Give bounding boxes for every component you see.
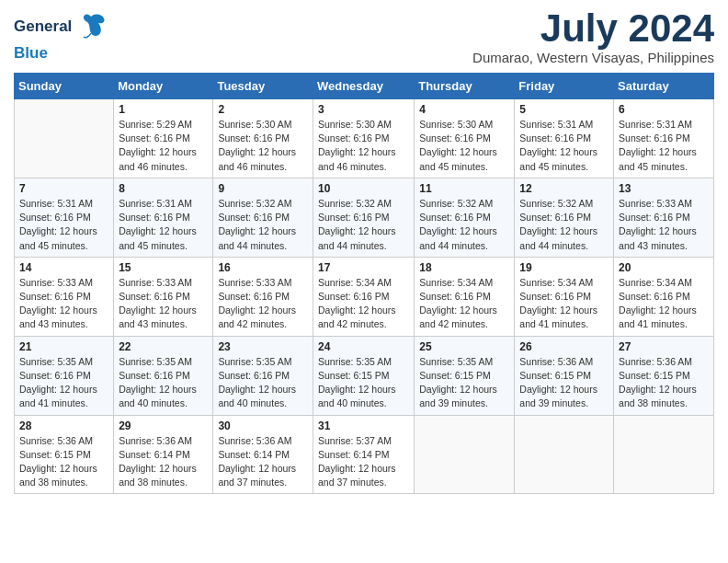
calendar-cell: 10Sunrise: 5:32 AMSunset: 6:16 PMDayligh…	[313, 178, 414, 257]
day-number: 31	[318, 419, 409, 432]
sunrise-text: Sunrise: 5:35 AM	[19, 355, 108, 369]
day-info: Sunrise: 5:33 AMSunset: 6:16 PMDaylight:…	[119, 276, 208, 332]
calendar-cell	[614, 415, 714, 494]
sunrise-text: Sunrise: 5:32 AM	[519, 197, 609, 211]
calendar-cell: 25Sunrise: 5:35 AMSunset: 6:15 PMDayligh…	[415, 336, 515, 415]
day-info: Sunrise: 5:31 AMSunset: 6:16 PMDaylight:…	[619, 118, 709, 174]
day-number: 20	[619, 261, 709, 274]
calendar-cell: 4Sunrise: 5:30 AMSunset: 6:16 PMDaylight…	[415, 99, 515, 178]
day-number: 17	[318, 261, 409, 274]
day-info: Sunrise: 5:30 AMSunset: 6:16 PMDaylight:…	[218, 118, 308, 174]
sunrise-text: Sunrise: 5:29 AM	[119, 118, 208, 132]
location-subtitle: Dumarao, Western Visayas, Philippines	[472, 50, 714, 65]
daylight-text: Daylight: 12 hoursand 46 minutes.	[218, 145, 308, 173]
sunset-text: Sunset: 6:16 PM	[519, 211, 609, 224]
sunrise-text: Sunrise: 5:36 AM	[218, 434, 308, 448]
calendar-cell: 26Sunrise: 5:36 AMSunset: 6:15 PMDayligh…	[515, 336, 614, 415]
sunset-text: Sunset: 6:16 PM	[419, 290, 509, 304]
logo-general: General	[14, 17, 72, 36]
calendar-cell: 1Sunrise: 5:29 AMSunset: 6:16 PMDaylight…	[114, 99, 213, 178]
sunrise-text: Sunrise: 5:36 AM	[619, 355, 709, 369]
day-info: Sunrise: 5:36 AMSunset: 6:14 PMDaylight:…	[119, 434, 208, 490]
day-info: Sunrise: 5:34 AMSunset: 6:16 PMDaylight:…	[318, 276, 409, 332]
day-number: 10	[318, 182, 409, 195]
day-info: Sunrise: 5:29 AMSunset: 6:16 PMDaylight:…	[119, 118, 208, 174]
daylight-text: Daylight: 12 hoursand 38 minutes.	[19, 462, 108, 489]
sunrise-text: Sunrise: 5:33 AM	[218, 276, 308, 290]
day-number: 13	[619, 182, 709, 195]
calendar-cell: 12Sunrise: 5:32 AMSunset: 6:16 PMDayligh…	[515, 178, 614, 257]
day-number: 27	[619, 340, 709, 353]
calendar-cell: 2Sunrise: 5:30 AMSunset: 6:16 PMDaylight…	[213, 99, 313, 178]
sunrise-text: Sunrise: 5:36 AM	[119, 434, 208, 448]
day-number: 3	[318, 103, 409, 116]
day-info: Sunrise: 5:33 AMSunset: 6:16 PMDaylight:…	[619, 197, 709, 253]
calendar-cell: 11Sunrise: 5:32 AMSunset: 6:16 PMDayligh…	[415, 178, 515, 257]
day-info: Sunrise: 5:31 AMSunset: 6:16 PMDaylight:…	[19, 197, 108, 253]
daylight-text: Daylight: 12 hoursand 41 minutes.	[619, 304, 709, 331]
month-year-title: July 2024	[472, 9, 714, 48]
daylight-text: Daylight: 12 hoursand 46 minutes.	[318, 145, 409, 173]
day-number: 26	[519, 340, 609, 353]
day-info: Sunrise: 5:35 AMSunset: 6:16 PMDaylight:…	[119, 355, 208, 411]
col-header-tuesday: Tuesday	[213, 74, 313, 99]
sunset-text: Sunset: 6:15 PM	[619, 369, 709, 383]
calendar-cell: 6Sunrise: 5:31 AMSunset: 6:16 PMDaylight…	[614, 99, 714, 178]
sunset-text: Sunset: 6:16 PM	[318, 290, 409, 304]
day-number: 9	[218, 182, 308, 195]
sunset-text: Sunset: 6:16 PM	[619, 132, 709, 145]
day-info: Sunrise: 5:31 AMSunset: 6:16 PMDaylight:…	[519, 118, 609, 174]
day-number: 1	[119, 103, 208, 116]
calendar-cell: 15Sunrise: 5:33 AMSunset: 6:16 PMDayligh…	[114, 257, 213, 336]
day-number: 24	[318, 340, 409, 353]
sunrise-text: Sunrise: 5:36 AM	[19, 434, 108, 448]
daylight-text: Daylight: 12 hoursand 40 minutes.	[318, 383, 409, 410]
sunrise-text: Sunrise: 5:30 AM	[218, 118, 308, 132]
sunrise-text: Sunrise: 5:34 AM	[619, 276, 709, 290]
calendar-cell: 20Sunrise: 5:34 AMSunset: 6:16 PMDayligh…	[614, 257, 714, 336]
day-info: Sunrise: 5:30 AMSunset: 6:16 PMDaylight:…	[318, 118, 409, 174]
col-header-wednesday: Wednesday	[313, 74, 414, 99]
sunrise-text: Sunrise: 5:30 AM	[419, 118, 509, 132]
sunset-text: Sunset: 6:14 PM	[119, 448, 208, 462]
col-header-saturday: Saturday	[614, 74, 714, 99]
daylight-text: Daylight: 12 hoursand 39 minutes.	[519, 383, 609, 410]
calendar-week-row: 21Sunrise: 5:35 AMSunset: 6:16 PMDayligh…	[15, 336, 714, 415]
calendar-cell: 7Sunrise: 5:31 AMSunset: 6:16 PMDaylight…	[15, 178, 114, 257]
sunset-text: Sunset: 6:15 PM	[318, 369, 409, 383]
day-info: Sunrise: 5:36 AMSunset: 6:15 PMDaylight:…	[19, 434, 108, 490]
day-info: Sunrise: 5:35 AMSunset: 6:15 PMDaylight:…	[318, 355, 409, 411]
day-number: 8	[119, 182, 208, 195]
logo-bird-icon	[74, 9, 109, 44]
sunset-text: Sunset: 6:16 PM	[419, 132, 509, 145]
calendar-week-row: 7Sunrise: 5:31 AMSunset: 6:16 PMDaylight…	[15, 178, 714, 257]
calendar-cell: 3Sunrise: 5:30 AMSunset: 6:16 PMDaylight…	[313, 99, 414, 178]
sunset-text: Sunset: 6:16 PM	[119, 132, 208, 145]
sunset-text: Sunset: 6:16 PM	[218, 211, 308, 224]
day-number: 28	[19, 419, 108, 432]
day-number: 7	[19, 182, 108, 195]
daylight-text: Daylight: 12 hoursand 40 minutes.	[119, 383, 208, 410]
sunrise-text: Sunrise: 5:31 AM	[119, 197, 208, 211]
sunrise-text: Sunrise: 5:31 AM	[519, 118, 609, 132]
day-info: Sunrise: 5:32 AMSunset: 6:16 PMDaylight:…	[519, 197, 609, 253]
col-header-thursday: Thursday	[415, 74, 515, 99]
calendar-cell: 9Sunrise: 5:32 AMSunset: 6:16 PMDaylight…	[213, 178, 313, 257]
sunset-text: Sunset: 6:16 PM	[119, 369, 208, 383]
day-number: 18	[419, 261, 509, 274]
sunrise-text: Sunrise: 5:33 AM	[619, 197, 709, 211]
calendar-cell: 31Sunrise: 5:37 AMSunset: 6:14 PMDayligh…	[313, 415, 414, 494]
daylight-text: Daylight: 12 hoursand 45 minutes.	[19, 224, 108, 252]
calendar-cell	[415, 415, 515, 494]
day-info: Sunrise: 5:36 AMSunset: 6:15 PMDaylight:…	[519, 355, 609, 411]
logo: General Blue	[14, 9, 109, 63]
calendar-cell: 21Sunrise: 5:35 AMSunset: 6:16 PMDayligh…	[15, 336, 114, 415]
daylight-text: Daylight: 12 hoursand 41 minutes.	[19, 383, 108, 410]
sunset-text: Sunset: 6:14 PM	[318, 448, 409, 462]
day-info: Sunrise: 5:34 AMSunset: 6:16 PMDaylight:…	[419, 276, 509, 332]
day-info: Sunrise: 5:36 AMSunset: 6:15 PMDaylight:…	[619, 355, 709, 411]
sunset-text: Sunset: 6:15 PM	[519, 369, 609, 383]
calendar-cell: 19Sunrise: 5:34 AMSunset: 6:16 PMDayligh…	[515, 257, 614, 336]
daylight-text: Daylight: 12 hoursand 44 minutes.	[419, 224, 509, 252]
calendar-week-row: 14Sunrise: 5:33 AMSunset: 6:16 PMDayligh…	[15, 257, 714, 336]
